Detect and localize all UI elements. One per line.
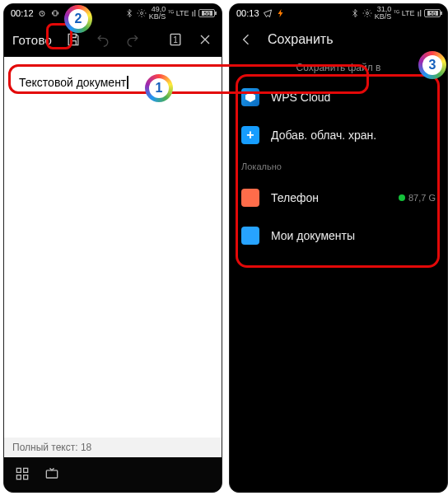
close-icon[interactable] [197, 31, 213, 48]
bottom-toolbar [4, 457, 222, 490]
net-rate-unit: KB/S [149, 13, 166, 21]
battery-icon: 50 [198, 9, 215, 17]
bolt-icon [276, 8, 286, 18]
vibrate-icon [50, 8, 60, 18]
save-subheader: Сохранить файл в [230, 57, 447, 78]
status-dot-icon [399, 194, 405, 201]
editor-area[interactable]: Текстовой документ [4, 57, 222, 438]
done-button[interactable]: Готово [12, 33, 52, 47]
save-destinations: WPS Cloud + Добав. облач. хран. Локально… [230, 78, 447, 255]
cog-icon [137, 8, 147, 18]
battery-icon: 50 [424, 9, 441, 17]
plus-icon: + [241, 126, 259, 144]
wps-cloud-icon [241, 88, 259, 106]
status-bar: 00:13 31,0 KB/S ᵀᴳ LTE ıl 50 [230, 4, 447, 22]
svg-rect-6 [16, 475, 21, 480]
document-title-text: Текстовой документ [19, 76, 128, 89]
svg-rect-1 [54, 11, 57, 16]
dest-phone[interactable]: Телефон 87,7 G [230, 179, 447, 217]
svg-rect-5 [24, 468, 28, 472]
status-bar: 00:12 49,0 KB/S ᵀᴳ LTE ıl 50 [4, 4, 222, 22]
net-lte: ᵀᴳ LTE [168, 10, 189, 17]
dest-label: Телефон [271, 191, 319, 204]
save-appbar: Сохранить [230, 22, 447, 57]
grid-icon[interactable] [14, 466, 30, 482]
redo-icon[interactable] [124, 31, 141, 48]
tv-icon[interactable] [44, 466, 60, 482]
save-title: Сохранить [268, 32, 334, 47]
phone-left: 00:12 49,0 KB/S ᵀᴳ LTE ıl 50 Готово [3, 3, 222, 493]
dest-label: Мои документы [271, 229, 355, 242]
folder-icon [241, 227, 259, 245]
svg-rect-7 [24, 475, 28, 480]
svg-point-2 [140, 12, 142, 15]
editor-toolbar: Готово 1 [4, 22, 222, 57]
phone-storage-icon [241, 189, 259, 207]
status-time: 00:13 [236, 8, 259, 18]
word-count-bar: Полный текст: 18 [4, 438, 222, 457]
save-icon[interactable] [65, 31, 82, 48]
document-title-field[interactable]: Текстовой документ [12, 70, 213, 95]
net-lte: ᵀᴳ LTE [394, 10, 414, 17]
cog-icon [362, 8, 372, 18]
bt-icon [124, 8, 134, 18]
dest-wps-cloud[interactable]: WPS Cloud [230, 78, 447, 116]
status-time: 00:12 [11, 8, 34, 18]
svg-rect-4 [16, 468, 21, 472]
dest-my-documents[interactable]: Мои документы [230, 217, 447, 255]
dest-add-cloud[interactable]: + Добав. облач. хран. [230, 116, 447, 154]
page-indicator-icon[interactable]: 1 [167, 31, 184, 48]
phone-right: 00:13 31,0 KB/S ᵀᴳ LTE ıl 50 Сохранить С [229, 3, 448, 493]
dest-label: Добав. облач. хран. [271, 129, 376, 142]
telegram-icon [263, 8, 273, 18]
net-rate-unit: KB/S [375, 13, 392, 21]
svg-rect-8 [46, 470, 57, 478]
section-local: Локально [230, 154, 447, 179]
signal-icon: ıl [418, 8, 422, 18]
word-count-label: Полный текст: 18 [12, 442, 91, 453]
back-icon[interactable] [238, 31, 254, 48]
undo-icon[interactable] [95, 31, 111, 48]
bt-icon [350, 8, 360, 18]
storage-meta: 87,7 G [399, 193, 436, 203]
svg-point-9 [366, 12, 368, 15]
alarm-icon [37, 8, 47, 18]
signal-icon: ıl [192, 8, 197, 18]
dest-label: WPS Cloud [271, 91, 330, 104]
